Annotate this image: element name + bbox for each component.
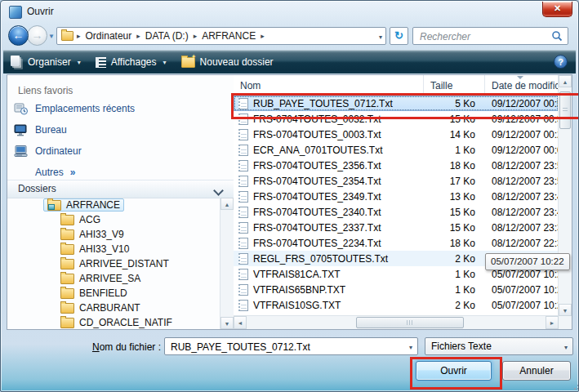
file-size: 14 Ko (424, 129, 485, 140)
file-size: 18 Ko (424, 238, 485, 249)
table-row[interactable]: ECR_ANA_0701TOUTES.Txt1 Ko09/12/2007 00:… (234, 142, 559, 158)
tree-item-arfrance[interactable]: ARFRANCE (7, 198, 220, 212)
tree-item-cd-oracle-natif[interactable]: CD_ORACLE_NATIF (7, 315, 220, 329)
filename-input[interactable] (169, 340, 401, 354)
affichages-button[interactable]: Affichages ▾ (88, 53, 174, 71)
shared-folder-icon (47, 200, 61, 211)
file-size: 15 Ko (424, 114, 485, 125)
tree-item-arrivee-sa[interactable]: ARRIVEE_SA (7, 271, 220, 286)
search-input[interactable] (418, 29, 544, 44)
window-title: Ouvrir (27, 6, 54, 17)
search-box (412, 27, 568, 45)
resize-grip-icon[interactable] (571, 385, 572, 386)
table-row[interactable]: VTFRAIS10SG.TXT2 Ko05/07/2007 10:21 (234, 297, 559, 313)
file-date: 05/07/2007 10:21 (485, 300, 559, 311)
breadcrumb-item-ordinateur[interactable]: Ordinateur (81, 30, 137, 42)
table-row[interactable]: FRS-0704TOUTES_2337.Txt15 Ko08/12/2007 2… (234, 220, 559, 235)
breadcrumb-item-arfrance[interactable]: ARFRANCE (197, 30, 261, 42)
title-bar[interactable]: Ouvrir ✕ (1, 1, 578, 22)
file-name-cell: FRS-0704TOUTES_0003.Txt (234, 129, 424, 140)
tree-item-label: ACG (79, 214, 100, 225)
chevron-down-icon: ▾ (78, 59, 81, 66)
table-row[interactable]: FRS-0704TOUTES_2354.Txt17 Ko08/12/2007 2… (234, 173, 559, 189)
organiser-label: Organiser (28, 56, 71, 68)
folder-icon (60, 274, 74, 284)
open-button[interactable]: Ouvrir (416, 361, 492, 381)
scroll-right-icon[interactable]: ► (546, 316, 559, 329)
breadcrumb[interactable]: ▸Ordinateur▸DATA (D:)▸ARFRANCE▸ ▾ (56, 27, 386, 45)
column-header-date[interactable]: Date de modific (485, 75, 559, 96)
table-row[interactable]: FRS-0704TOUTES_2340.Txt15 Ko08/12/2007 2… (234, 204, 559, 220)
tree-item-label: AHI33_V9 (79, 229, 124, 240)
column-header-nom[interactable]: Nom (234, 75, 424, 96)
tree-item-label: CARBURANT (79, 302, 140, 314)
file-name-cell: RUB_PAYE_TOUTES_0712.Txt (234, 98, 424, 109)
app-icon (9, 6, 22, 19)
breadcrumb-separator-icon[interactable]: ▸ (261, 32, 265, 40)
tree-item-ahi33-v10[interactable]: AHI33_V10 (7, 242, 220, 256)
table-row[interactable]: FRS-0704TOUTES_2356.Txt18 Ko08/12/2007 2… (234, 158, 559, 173)
file-date: 09/12/2007 00:54 (485, 98, 559, 109)
scroll-up-icon[interactable]: ▲ (220, 198, 234, 210)
file-name-cell: ECR_ANA_0701TOUTES.Txt (234, 145, 424, 156)
sidebar-item-ordinateur[interactable]: Ordinateur (7, 140, 234, 162)
chevron-down-icon[interactable]: ▾ (409, 344, 412, 351)
refresh-button[interactable]: ↻ (390, 27, 408, 45)
text-document-icon (238, 114, 248, 125)
table-row[interactable]: FRS-0704TOUTES_0003.Txt14 Ko09/12/2007 0… (234, 127, 559, 142)
scrollbar-thumb[interactable] (559, 91, 571, 129)
file-name-cell: FRS-0704TOUTES_2349.Txt (234, 191, 424, 203)
folder-icon (60, 303, 74, 314)
text-document-icon (238, 176, 248, 187)
close-button[interactable]: ✕ (542, 2, 572, 17)
chevrons-right-icon: » (70, 167, 75, 178)
table-row[interactable]: FRS-0704TOUTES_0032.Txt15 Ko09/12/2007 0… (234, 111, 559, 127)
sidebar-item-bureau[interactable]: Bureau (7, 119, 234, 140)
sidebar-item-emplacements-recents[interactable]: Emplacements récents (7, 98, 234, 119)
refresh-icon: ↻ (394, 29, 403, 42)
column-header-taille[interactable]: Taille (424, 75, 485, 96)
scroll-up-icon[interactable]: ▲ (559, 75, 572, 87)
new-folder-button[interactable]: Nouveau dossier (174, 53, 281, 71)
file-size: 2 Ko (424, 253, 485, 265)
filetype-select[interactable]: Fichiers Texte ▾ (425, 337, 573, 355)
table-row[interactable]: FRS-0704TOUTES_2349.Txt13 Ko08/12/2007 2… (234, 189, 559, 204)
file-name-cell: FRS-0704TOUTES_2337.Txt (234, 222, 424, 234)
scroll-down-icon[interactable]: ▼ (220, 317, 234, 329)
tree-item-label: ARFRANCE (66, 199, 120, 211)
folder-tree: ARFRANCEACGAHI33_V9AHI33_V10ARRIVEE_DIST… (7, 198, 220, 329)
file-name-cell: VTFRAIS10SG.TXT (234, 300, 424, 311)
breadcrumb-item-data-d[interactable]: DATA (D:) (140, 30, 194, 42)
help-button[interactable]: ? (554, 55, 568, 69)
file-name: FRS-0704TOUTES_2234.Txt (253, 238, 381, 249)
tree-item-carburant[interactable]: CARBURANT (7, 301, 220, 315)
back-button[interactable]: ← (8, 25, 29, 46)
table-row[interactable]: VTFRAIS65BNP.TXT1 Ko05/07/2007 10:21 (234, 282, 559, 297)
chevron-down-icon: ▾ (564, 344, 568, 351)
file-name-cell: VTFRAIS65BNP.TXT (234, 284, 424, 296)
file-name: FRS-0704TOUTES_2337.Txt (253, 222, 381, 234)
tree-item-ahi33-v9[interactable]: AHI33_V9 (7, 227, 220, 242)
forward-button[interactable]: → (27, 25, 47, 46)
organiser-button[interactable]: Organiser ▾ (3, 53, 88, 71)
tree-item-acg[interactable]: ACG (7, 212, 220, 227)
table-row[interactable]: RUB_PAYE_TOUTES_0712.Txt5 Ko09/12/2007 0… (234, 96, 559, 111)
cancel-button[interactable]: Annuler (502, 361, 571, 381)
recent-places-icon (14, 102, 29, 115)
tree-scrollbar[interactable]: ▲ ▼ (220, 198, 234, 329)
tree-item-label: CD_ORACLE_NATIF (79, 317, 172, 328)
tree-item-label: ARRIVEE_DISTANT (79, 258, 169, 270)
help-icon: ? (558, 57, 563, 67)
scrollbar-thumb[interactable] (356, 317, 464, 328)
scroll-down-icon[interactable]: ▼ (559, 304, 572, 316)
file-size: 1 Ko (424, 284, 485, 296)
history-dropdown-icon[interactable]: ▼ (48, 33, 55, 40)
list-horizontal-scrollbar[interactable]: ◄ ► (234, 315, 559, 329)
scroll-left-icon[interactable]: ◄ (234, 316, 247, 329)
tree-item-arrivee-distant[interactable]: ARRIVEE_DISTANT (7, 256, 220, 271)
breadcrumb-dropdown-icon[interactable]: ▾ (379, 33, 382, 41)
folders-expander[interactable]: Dossiers (7, 180, 234, 198)
tree-item-benfield[interactable]: BENFIELD (7, 286, 220, 301)
list-vertical-scrollbar[interactable]: ▲ ▼ (558, 75, 572, 316)
table-row[interactable]: FRS-0704TOUTES_2234.Txt18 Ko08/12/2007 2… (234, 235, 559, 251)
